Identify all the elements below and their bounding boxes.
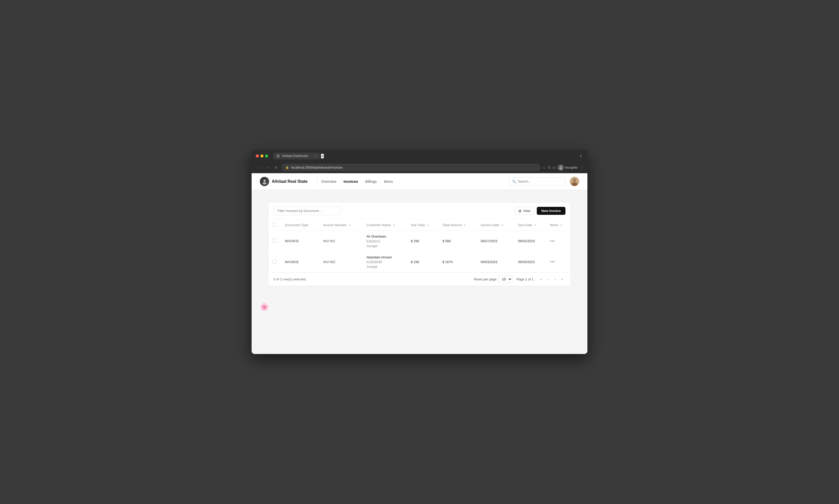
row-checkbox-cell: [268, 231, 281, 252]
user-avatar[interactable]: [570, 177, 579, 186]
customer-location: Juungal: [366, 244, 403, 248]
view-button[interactable]: ⊞ View: [515, 207, 534, 215]
row-invoice-date: 08/27/2023: [477, 231, 514, 252]
maximize-button[interactable]: [265, 155, 268, 158]
row-sub-total: $ 290: [407, 251, 439, 272]
refresh-button[interactable]: ↻: [273, 164, 280, 171]
customer-name: Abdullahi Ahmed: [366, 255, 403, 260]
nav-billings[interactable]: Billings: [365, 178, 377, 185]
browser-dropdown-button[interactable]: ▾: [578, 153, 583, 159]
col-total-amount-label: Total Amount: [443, 223, 462, 227]
rows-per-page: Rows per page 10 25 50: [474, 276, 512, 283]
rows-per-page-select[interactable]: 10 25 50: [499, 276, 512, 283]
row-more-button[interactable]: •••: [550, 259, 555, 264]
first-page-button[interactable]: «: [538, 276, 544, 283]
brand-logo: [260, 177, 269, 186]
select-all-checkbox[interactable]: [272, 222, 276, 227]
forward-button[interactable]: →: [265, 164, 271, 171]
close-button[interactable]: [256, 155, 259, 158]
rows-per-page-label: Rows per page: [474, 277, 497, 281]
row-invoice-number: INV-002: [319, 251, 362, 272]
col-sub-total-label: Sub Total: [411, 223, 425, 227]
prev-page-button[interactable]: ‹: [545, 276, 551, 283]
svg-point-0: [560, 166, 561, 168]
svg-point-2: [264, 180, 266, 182]
search-box[interactable]: 🔍: [509, 177, 566, 185]
col-document-type: Document Type: [281, 219, 319, 231]
tab-close-icon[interactable]: ✕: [315, 155, 317, 158]
col-items-label: Items: [550, 223, 558, 227]
row-actions: •••: [546, 251, 571, 272]
app-content: Alhilaal Real State Overview Invoices Bi…: [252, 173, 587, 354]
app-footer: 🌸: [252, 299, 587, 315]
table-footer: 0 of 2 row(s) selected. Rows per page 10…: [268, 272, 571, 286]
customer-name-sort-icon: ⇅: [393, 224, 395, 227]
row-total-amount: $ 1670: [439, 251, 477, 272]
address-bar[interactable]: 🔒 localhost:3000/dashboard/invoices: [282, 164, 540, 171]
col-invoice-number[interactable]: Invoice Number ⇅: [319, 219, 362, 231]
page-info: Page 1 of 1: [516, 277, 534, 281]
search-icon: 🔍: [512, 180, 516, 183]
search-input[interactable]: [518, 179, 563, 183]
browser-actions: ☆ ⧉ ⊡ Incognito ⋮: [542, 164, 583, 171]
browser-controls: ← → ↻ 🔒 localhost:3000/dashboard/invoice…: [252, 162, 587, 173]
back-button[interactable]: ←: [256, 164, 263, 171]
lock-icon: 🔒: [285, 166, 289, 169]
col-invoice-date[interactable]: Invoice Date ⇅: [477, 219, 514, 231]
col-items[interactable]: Items ⇅: [546, 219, 571, 231]
svg-point-6: [572, 182, 577, 186]
nav-right: 🔍: [509, 177, 579, 186]
new-tab-button[interactable]: +: [321, 154, 324, 159]
row-checkbox-cell: [268, 251, 281, 272]
row-document-type: INVOICE: [281, 231, 319, 252]
col-due-date[interactable]: Due Date ⇅: [514, 219, 546, 231]
pagination-controls: Rows per page 10 25 50 Page 1 of 1 « ‹ ›: [474, 276, 566, 283]
row-customer: Abdullahi Ahmed 613828389 Juungal: [362, 251, 407, 272]
tab-bar: Alhilaal Dashboard ✕ +: [273, 152, 575, 159]
invoice-date-sort-icon: ⇅: [501, 224, 503, 227]
filter-input[interactable]: [273, 206, 341, 215]
row-due-date: 09/30/2023: [514, 251, 546, 272]
nav-items[interactable]: Items: [384, 178, 393, 185]
nav-overview[interactable]: Overview: [321, 178, 336, 185]
table-body: INVOICE INV-001 Ali Shacbaan 61828222 Ju…: [268, 231, 571, 272]
extension-icon[interactable]: ⧉: [548, 165, 551, 169]
brand: Alhilaal Real State: [260, 177, 308, 186]
star-icon[interactable]: ☆: [542, 165, 546, 169]
last-page-button[interactable]: »: [559, 276, 566, 283]
invoices-table-container: ⊞ View New Invoice D: [268, 202, 571, 286]
row-due-date: 09/02/2023: [514, 231, 546, 252]
col-total-amount[interactable]: Total Amount ⇅: [439, 219, 477, 231]
minimize-button[interactable]: [261, 155, 264, 158]
view-icon: ⊞: [518, 209, 521, 213]
select-all-cell: [268, 219, 281, 231]
row-more-button[interactable]: •••: [550, 239, 555, 244]
col-sub-total[interactable]: Sub Total ⇅: [407, 219, 439, 231]
row-actions: •••: [546, 231, 571, 252]
col-customer-name[interactable]: Customer Name ⇅: [362, 219, 407, 231]
col-invoice-date-label: Invoice Date: [481, 223, 499, 227]
header-actions: ⊞ View New Invoice: [515, 207, 566, 215]
nav-divider: [317, 178, 317, 185]
row-checkbox[interactable]: [272, 238, 276, 243]
row-checkbox[interactable]: [272, 259, 276, 264]
col-due-date-label: Due Date: [518, 223, 532, 227]
row-invoice-date: 09/03/2023: [477, 251, 514, 272]
total-amount-sort-icon: ⇅: [464, 224, 466, 227]
active-tab[interactable]: Alhilaal Dashboard ✕: [273, 152, 320, 159]
sidebar-icon[interactable]: ⊡: [553, 165, 556, 169]
customer-phone: 613828389: [366, 260, 403, 264]
next-page-button[interactable]: ›: [552, 276, 558, 283]
invoice-number-sort-icon: ⇅: [349, 224, 351, 227]
sub-total-sort-icon: ⇅: [427, 224, 429, 227]
url-text: localhost:3000/dashboard/invoices: [291, 165, 342, 169]
flower-icon: 🌸: [260, 303, 269, 311]
new-invoice-button[interactable]: New Invoice: [537, 207, 566, 215]
col-invoice-number-label: Invoice Number: [323, 223, 347, 227]
nav-invoices[interactable]: Invoices: [343, 178, 358, 185]
nav-links: Overview Invoices Billings Items: [321, 178, 393, 185]
more-options-icon[interactable]: ⋮: [579, 165, 583, 169]
svg-point-5: [573, 179, 576, 182]
customer-phone: 61828222: [366, 239, 403, 244]
browser-window: Alhilaal Dashboard ✕ + ▾ ← → ↻ 🔒 localho…: [252, 150, 587, 354]
